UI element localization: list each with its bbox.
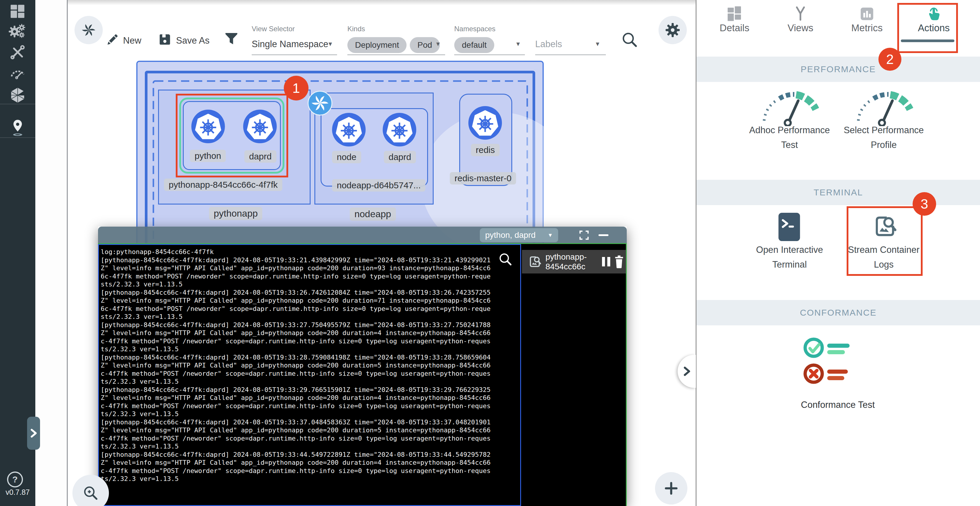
log-pane[interactable]: log:pythonapp-8454cc66c-4f7fk [pythonapp… bbox=[98, 244, 521, 506]
annotation-badge-2: 2 bbox=[878, 48, 901, 71]
container-label: redis bbox=[471, 144, 500, 156]
view-selector-label: View Selector bbox=[252, 25, 295, 33]
kinds-underline bbox=[347, 54, 445, 55]
kinds-label: Kinds bbox=[347, 25, 365, 33]
minimize-icon[interactable] bbox=[598, 234, 608, 236]
namespaces-caret-icon[interactable]: ▼ bbox=[515, 41, 521, 48]
lifecycle-gears-icon[interactable] bbox=[6, 21, 29, 42]
session-name: pythonapp- 8454cc66c bbox=[546, 252, 601, 271]
kanvas-pin-icon[interactable] bbox=[6, 117, 29, 138]
interactive-terminal-icon[interactable] bbox=[777, 213, 801, 242]
namespaces-label: Namespaces bbox=[454, 25, 495, 33]
search-icon[interactable] bbox=[620, 30, 639, 50]
pod-name-label: redis-master-0 bbox=[450, 172, 516, 185]
annotation-rect-3 bbox=[846, 206, 923, 276]
labels-input[interactable]: Labels bbox=[535, 39, 562, 49]
fullscreen-icon[interactable] bbox=[579, 230, 590, 241]
log-session-row[interactable]: pythonapp- 8454cc66c bbox=[522, 250, 626, 273]
view-selector-underline bbox=[252, 54, 337, 55]
session-stream-icon bbox=[527, 254, 541, 269]
container-selector-dropdown[interactable]: python, daprd ▼ bbox=[480, 228, 558, 242]
secondary-rail: WA bbox=[35, 0, 68, 506]
conformance-checklist-icon[interactable] bbox=[802, 336, 873, 390]
view-selector-value[interactable]: Single Namespace bbox=[252, 39, 328, 49]
section-header-terminal: TERMINAL bbox=[697, 180, 980, 205]
view-selector-caret-icon[interactable]: ▼ bbox=[327, 41, 333, 48]
container-label: daprd bbox=[384, 151, 416, 163]
annotation-rect-1 bbox=[176, 94, 288, 177]
pause-stream-icon[interactable] bbox=[601, 256, 611, 268]
settings-gear-button[interactable] bbox=[659, 16, 687, 44]
terminal-titlebar[interactable]: python, daprd ▼ bbox=[98, 227, 627, 243]
container-node-icon[interactable] bbox=[332, 113, 366, 147]
pencil-icon[interactable] bbox=[106, 33, 119, 47]
kinds-caret-icon[interactable]: ▼ bbox=[435, 41, 441, 48]
labels-caret-icon[interactable]: ▼ bbox=[595, 41, 601, 48]
terminal-window: python, daprd ▼ log:pythonapp-8454cc66c-… bbox=[98, 227, 627, 506]
sidebar-divider bbox=[0, 137, 35, 138]
help-icon[interactable]: ? bbox=[7, 471, 23, 487]
configuration-tools-icon[interactable] bbox=[6, 42, 29, 62]
performance-gauge-icon[interactable] bbox=[6, 62, 29, 83]
add-node-button[interactable] bbox=[655, 472, 687, 504]
container-redis-icon[interactable] bbox=[468, 106, 502, 140]
tab-metrics[interactable]: Metrics bbox=[845, 5, 889, 34]
delete-session-icon[interactable] bbox=[613, 255, 625, 268]
dapr-badge-icon[interactable] bbox=[308, 91, 332, 115]
sidebar-divider bbox=[0, 104, 35, 104]
tab-details[interactable]: Details bbox=[713, 5, 757, 34]
app-version: v0.7.87 bbox=[0, 488, 35, 496]
session-controls bbox=[601, 255, 625, 268]
kind-chip-deployment[interactable]: Deployment bbox=[347, 37, 407, 53]
container-label: node bbox=[332, 151, 361, 163]
section-header-performance: PERFORMANCE bbox=[697, 57, 980, 82]
section-header-conformance: CONFORMANCE bbox=[697, 300, 980, 326]
meshery-app: ? v0.7.87 WA bbox=[0, 0, 980, 506]
annotation-badge-1: 1 bbox=[284, 76, 309, 101]
namespace-chip-default[interactable]: default bbox=[454, 37, 494, 53]
conformance-test-label[interactable]: Conformance Test bbox=[776, 400, 900, 410]
left-sidebar: ? v0.7.87 bbox=[0, 0, 35, 506]
pod-name-label: nodeapp-d64b5747... bbox=[332, 179, 425, 192]
save-as-button[interactable]: Save As bbox=[176, 35, 210, 46]
tab-views[interactable]: Views bbox=[778, 5, 822, 34]
terminal-content: log:pythonapp-8454cc66c-4f7fk [pythonapp… bbox=[98, 243, 627, 506]
snowflake-menu-button[interactable] bbox=[75, 16, 103, 44]
new-button[interactable]: New bbox=[123, 35, 141, 46]
labels-underline bbox=[535, 54, 606, 55]
annotation-badge-3: 3 bbox=[913, 192, 936, 216]
pod-name-label: pythonapp-8454cc66c-4f7fk bbox=[164, 179, 282, 191]
save-icon[interactable] bbox=[158, 33, 171, 47]
container-selector-value: python, daprd bbox=[485, 230, 536, 240]
filter-funnel-icon[interactable] bbox=[224, 32, 239, 48]
namespace-label: nodeapp bbox=[350, 208, 396, 221]
log-search-icon[interactable] bbox=[498, 252, 513, 267]
sidebar-expand-handle[interactable] bbox=[27, 417, 40, 450]
adhoc-performance-gauge-icon[interactable] bbox=[757, 87, 822, 127]
select-profile-label2[interactable]: Profile bbox=[822, 140, 945, 150]
extensions-hex-icon[interactable] bbox=[6, 85, 29, 105]
namespace-label: pythonapp bbox=[209, 207, 262, 220]
dropdown-caret-icon: ▼ bbox=[547, 232, 553, 238]
dashboard-icon[interactable] bbox=[6, 1, 29, 22]
select-profile-label[interactable]: Select Performance bbox=[822, 125, 945, 136]
annotation-rect-2 bbox=[897, 3, 958, 53]
select-profile-gauge-icon[interactable] bbox=[851, 87, 917, 127]
container-daprd2-icon[interactable] bbox=[383, 113, 416, 147]
namespaces-underline bbox=[454, 54, 525, 55]
top-shadow bbox=[68, 0, 696, 5]
log-text: log:pythonapp-8454cc66c-4f7fk [pythonapp… bbox=[101, 248, 519, 483]
